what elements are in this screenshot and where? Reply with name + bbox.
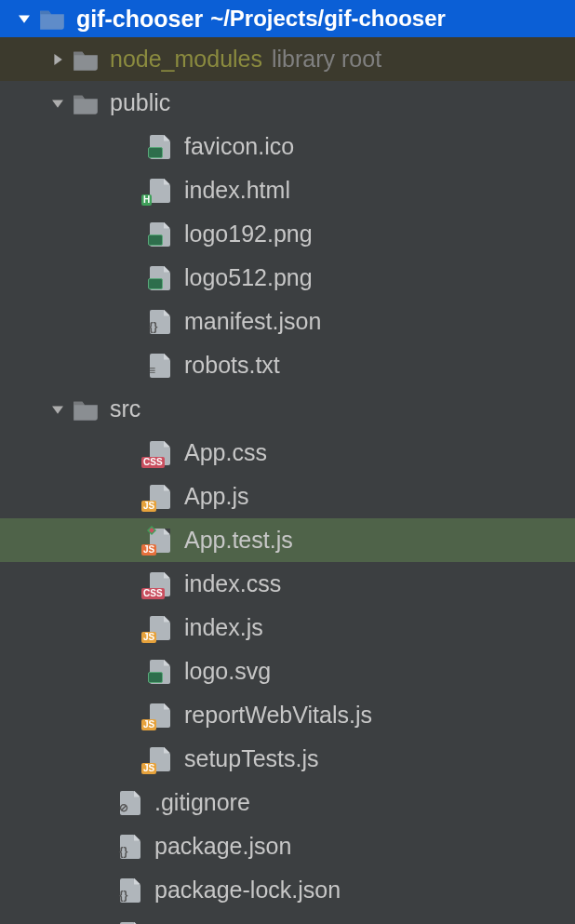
md-file-icon: MD — [115, 921, 145, 925]
tree-row[interactable]: CSSApp.css — [0, 431, 575, 475]
image-file-icon — [145, 134, 175, 160]
svg-marker-0 — [19, 15, 30, 22]
txt-file-icon: ≡ — [145, 353, 175, 379]
tree-item-label: package-lock.json — [154, 877, 341, 904]
tree-item-label: manifest.json — [184, 308, 321, 335]
tree-row[interactable]: logo192.png — [0, 212, 575, 256]
tree-item-label: public — [110, 89, 170, 116]
chevron-down-icon[interactable] — [45, 98, 71, 109]
tree-row[interactable]: JSindex.js — [0, 606, 575, 649]
tree-row[interactable]: src — [0, 387, 575, 431]
tree-row[interactable]: node_moduleslibrary root — [0, 37, 575, 81]
tree-item-label: App.test.js — [184, 527, 293, 554]
project-root-row[interactable]: gif-chooser ~/Projects/gif-chooser — [0, 0, 575, 37]
tree-row[interactable]: {}manifest.json — [0, 300, 575, 343]
html-file-icon: H — [145, 178, 175, 204]
tree-row[interactable]: favicon.ico — [0, 125, 575, 168]
folder-icon — [71, 396, 100, 422]
tree-item-label: logo192.png — [184, 221, 313, 248]
tree-item-label: App.css — [184, 439, 267, 466]
tree-item-label: .gitignore — [154, 789, 250, 816]
svg-marker-3 — [52, 406, 63, 413]
js-file-icon: JS — [145, 484, 175, 510]
tree-row[interactable]: CSSindex.css — [0, 562, 575, 606]
js-file-icon: JS — [145, 615, 175, 641]
tree-item-label: package.json — [154, 833, 291, 860]
tree-item-label: node_modules — [110, 46, 262, 73]
tree-item-label: setupTests.js — [184, 745, 319, 772]
tree-row[interactable]: MDREADME.md — [0, 912, 575, 924]
chevron-right-icon[interactable] — [45, 54, 71, 65]
tree-row[interactable]: ≡robots.txt — [0, 343, 575, 387]
tree-item-label: favicon.ico — [184, 133, 294, 160]
tree-item-suffix: library root — [272, 46, 381, 73]
tree-item-label: logo.svg — [184, 658, 271, 685]
js-file-icon: JS — [145, 703, 175, 729]
tree-item-label: robots.txt — [184, 352, 280, 379]
tree-item-label: index.js — [184, 614, 263, 641]
css-file-icon: CSS — [145, 440, 175, 466]
tree-item-label: src — [110, 395, 140, 422]
tree-item-label: App.js — [184, 483, 248, 510]
json-file-icon: {} — [145, 309, 175, 335]
jstest-file-icon: JS — [145, 528, 175, 554]
chevron-down-icon[interactable] — [45, 404, 71, 415]
tree-item-label: index.css — [184, 570, 281, 597]
image-file-icon — [145, 265, 175, 291]
json-file-icon: {} — [115, 877, 145, 904]
tree-row[interactable]: ⊘.gitignore — [0, 781, 575, 824]
folder-icon — [37, 6, 67, 32]
tree-row[interactable]: public — [0, 81, 575, 125]
tree-row[interactable]: JSApp.test.js — [0, 518, 575, 562]
tree-item-label: logo512.png — [184, 264, 313, 291]
tree-item-label: index.html — [184, 177, 290, 204]
tree-row[interactable]: {}package.json — [0, 824, 575, 868]
chevron-down-icon[interactable] — [11, 13, 37, 24]
tree-row[interactable]: Hindex.html — [0, 168, 575, 212]
js-file-icon: JS — [145, 746, 175, 772]
tree-item-label: README.md — [154, 920, 293, 924]
tree-row[interactable]: JSsetupTests.js — [0, 737, 575, 781]
folder-icon — [71, 47, 100, 73]
project-path: ~/Projects/gif-chooser — [210, 6, 446, 32]
tree-row[interactable]: JSreportWebVitals.js — [0, 693, 575, 737]
json-file-icon: {} — [115, 834, 145, 860]
tree-row[interactable]: {}package-lock.json — [0, 868, 575, 912]
ignore-file-icon: ⊘ — [115, 790, 145, 816]
tree-item-label: reportWebVitals.js — [184, 702, 372, 729]
project-name: gif-chooser — [76, 6, 203, 33]
css-file-icon: CSS — [145, 571, 175, 597]
image-file-icon — [145, 221, 175, 248]
image-file-icon — [145, 659, 175, 685]
folder-icon — [71, 90, 100, 116]
tree-row[interactable]: JSApp.js — [0, 475, 575, 518]
tree-row[interactable]: logo.svg — [0, 649, 575, 693]
svg-marker-2 — [52, 100, 63, 107]
svg-marker-1 — [54, 54, 61, 65]
tree-row[interactable]: logo512.png — [0, 256, 575, 300]
project-tree: gif-chooser ~/Projects/gif-chooser node_… — [0, 0, 575, 924]
